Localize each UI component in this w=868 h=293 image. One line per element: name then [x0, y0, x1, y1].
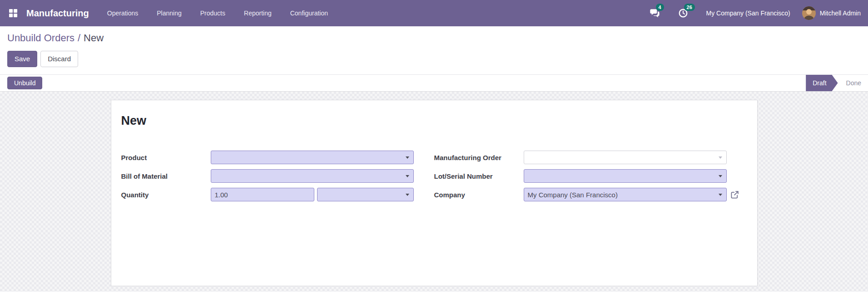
chevron-down-icon	[406, 175, 409, 177]
activities-button[interactable]: 26	[678, 6, 694, 20]
form-sheet: New Product Bill of Material	[111, 100, 758, 286]
discard-button[interactable]: Discard	[40, 51, 78, 67]
field-row-manufacturing-order: Manufacturing Order	[434, 151, 747, 164]
breadcrumb-parent[interactable]: Unbuild Orders	[7, 32, 74, 44]
record-title: New	[121, 113, 757, 128]
company-label: Company	[434, 191, 524, 199]
form-column-right: Manufacturing Order Lot/Serial Number	[434, 151, 747, 206]
top-navbar: Manufacturing Operations Planning Produc…	[0, 0, 868, 26]
nav-item-reporting[interactable]: Reporting	[244, 10, 272, 17]
bill-of-material-field[interactable]	[211, 169, 414, 183]
nav-item-products[interactable]: Products	[200, 10, 225, 17]
apps-grid-icon	[8, 8, 18, 18]
product-label: Product	[121, 154, 211, 161]
avatar	[802, 6, 816, 20]
form-column-left: Product Bill of Material	[121, 151, 414, 206]
company-field[interactable]: My Company (San Francisco)	[524, 188, 727, 201]
activities-badge: 26	[684, 4, 695, 11]
messages-button[interactable]: 4	[650, 6, 666, 20]
status-draft[interactable]: Draft	[806, 75, 838, 91]
form-view-background: New Product Bill of Material	[0, 92, 868, 292]
quantity-input[interactable]	[211, 188, 314, 201]
status-widget: Draft Done	[806, 75, 868, 91]
field-row-company: Company My Company (San Francisco)	[434, 188, 747, 201]
form-statusbar: Unbuild Draft Done	[0, 74, 868, 92]
field-row-bill-of-material: Bill of Material	[121, 169, 414, 183]
status-done[interactable]: Done	[846, 79, 861, 87]
breadcrumb-current: New	[84, 32, 104, 44]
control-panel-buttons: Save Discard	[7, 51, 861, 67]
manufacturing-order-field	[524, 151, 727, 164]
field-row-lot-serial-number: Lot/Serial Number	[434, 169, 747, 183]
product-field[interactable]	[211, 151, 414, 164]
messages-badge: 4	[656, 4, 664, 11]
app-name[interactable]: Manufacturing	[26, 8, 89, 19]
lot-serial-number-field[interactable]	[524, 169, 727, 183]
navbar-right: 4 26 My Company (San Francisco) Mitchell…	[650, 6, 861, 20]
uom-field[interactable]	[317, 188, 414, 201]
user-menu[interactable]: Mitchell Admin	[802, 6, 861, 20]
company-value: My Company (San Francisco)	[528, 191, 618, 199]
field-row-product: Product	[121, 151, 414, 164]
chevron-down-icon	[719, 175, 722, 177]
external-link-icon	[730, 190, 739, 199]
nav-item-operations[interactable]: Operations	[107, 10, 138, 17]
field-row-quantity: Quantity	[121, 188, 414, 201]
user-name: Mitchell Admin	[820, 10, 861, 17]
company-open-record-button[interactable]	[730, 190, 739, 199]
control-panel: Unbuild Orders/New Save Discard	[0, 26, 868, 67]
manufacturing-order-label: Manufacturing Order	[434, 154, 524, 161]
quantity-label: Quantity	[121, 191, 211, 199]
lot-serial-number-label: Lot/Serial Number	[434, 172, 524, 180]
apps-menu-button[interactable]	[7, 7, 19, 19]
bill-of-material-label: Bill of Material	[121, 172, 211, 180]
save-button[interactable]: Save	[7, 51, 37, 67]
nav-item-configuration[interactable]: Configuration	[290, 10, 328, 17]
navbar-left: Manufacturing Operations Planning Produc…	[7, 7, 328, 19]
unbuild-button[interactable]: Unbuild	[7, 77, 42, 90]
chevron-down-icon	[406, 156, 409, 159]
breadcrumb-separator: /	[78, 32, 80, 44]
chevron-down-icon	[719, 156, 722, 159]
breadcrumb: Unbuild Orders/New	[7, 32, 861, 44]
company-switcher[interactable]: My Company (San Francisco)	[706, 10, 790, 17]
chevron-down-icon	[719, 194, 722, 196]
form-grid: Product Bill of Material	[111, 151, 757, 206]
chevron-down-icon	[406, 194, 409, 196]
main-menu: Operations Planning Products Reporting C…	[107, 10, 328, 17]
nav-item-planning[interactable]: Planning	[157, 10, 182, 17]
